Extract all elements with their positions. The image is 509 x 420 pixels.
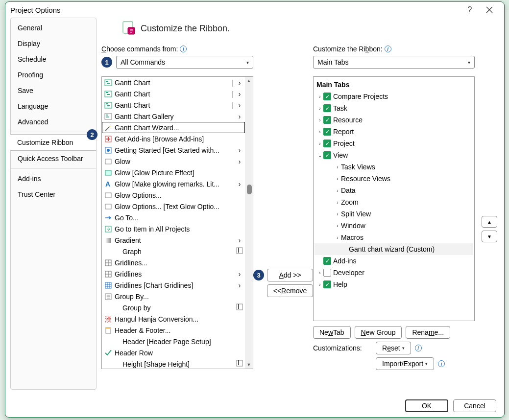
checkbox[interactable]: ✓ (323, 128, 331, 136)
new-tab-button[interactable]: New Tab (313, 326, 351, 339)
nav-item-customize-ribbon[interactable]: Customize Ribbon (10, 134, 96, 151)
command-item[interactable]: Header [Header Page Setup] (102, 336, 245, 347)
cancel-button[interactable]: Cancel (453, 399, 496, 412)
tree-node[interactable]: ›Zoom (315, 196, 473, 208)
expand-toggle-icon[interactable]: › (334, 176, 341, 182)
tree-node[interactable]: ›Developer (315, 267, 473, 279)
nav-item-save[interactable]: Save (11, 83, 96, 98)
command-item[interactable]: Gridlines› (102, 268, 245, 280)
move-down-button[interactable]: ▼ (482, 231, 497, 242)
ok-button[interactable]: OK (405, 399, 448, 412)
checkbox[interactable]: ✓ (323, 140, 331, 147)
checkbox[interactable]: ✓ (323, 151, 331, 159)
remove-button[interactable]: << Remove (267, 284, 313, 297)
info-icon[interactable]: i (438, 360, 445, 367)
checkbox[interactable]: ✓ (323, 280, 331, 288)
tree-node[interactable]: ›✓Resource (315, 114, 473, 126)
nav-item-trust-center[interactable]: Trust Center (11, 187, 96, 202)
expand-toggle-icon[interactable]: ⌄ (316, 153, 323, 158)
command-item[interactable]: Height [Shape Height]I (102, 358, 245, 369)
info-icon[interactable]: i (385, 46, 391, 52)
help-button[interactable]: ? (460, 3, 480, 17)
expand-toggle-icon[interactable]: › (316, 94, 323, 99)
scroll-down-icon[interactable]: ▼ (245, 361, 253, 369)
move-up-button[interactable]: ▲ (482, 216, 497, 228)
nav-item-schedule[interactable]: Schedule (11, 51, 96, 67)
command-item[interactable]: Go To... (102, 212, 245, 223)
reset-dropdown[interactable]: Reset▾ (376, 342, 411, 354)
info-icon[interactable]: i (180, 46, 187, 52)
nav-item-general[interactable]: General (11, 20, 96, 36)
command-item[interactable]: Group byI (102, 302, 245, 313)
command-item[interactable]: Gantt Chart|› (102, 88, 245, 99)
command-item[interactable]: Gantt Chart Gallery› (102, 111, 245, 122)
info-icon[interactable]: i (415, 345, 422, 351)
command-item[interactable]: Gridlines... (102, 257, 245, 268)
command-item[interactable]: Glow Options... (102, 189, 245, 201)
tree-node[interactable]: ›✓Help (315, 279, 473, 290)
expand-toggle-icon[interactable]: › (334, 211, 341, 217)
expand-toggle-icon[interactable]: › (316, 141, 323, 146)
scroll-thumb[interactable] (247, 185, 252, 194)
expand-toggle-icon[interactable]: › (316, 270, 323, 276)
tree-node[interactable]: ›✓Task (315, 102, 473, 114)
checkbox[interactable]: ✓ (323, 257, 331, 265)
close-button[interactable] (480, 3, 499, 17)
tree-node[interactable]: Gantt chart wizard (Custom) (315, 243, 473, 255)
rename-button[interactable]: Rename... (406, 326, 450, 339)
checkbox[interactable]: ✓ (323, 93, 331, 100)
checkbox[interactable]: ✓ (323, 116, 331, 124)
tree-node[interactable]: ✓Add-ins (315, 255, 473, 267)
command-item[interactable]: Glow Options... [Text Glow Optio... (102, 201, 245, 212)
command-item[interactable]: Header Row (102, 347, 245, 358)
command-item[interactable]: Get Add-ins [Browse Add-ins] (102, 133, 245, 144)
expand-toggle-icon[interactable]: › (316, 106, 323, 111)
command-item[interactable]: Gantt Chart|› (102, 99, 245, 111)
command-item[interactable]: Gantt Chart Wizard... (102, 122, 245, 133)
expand-toggle-icon[interactable]: › (334, 188, 341, 193)
checkbox[interactable]: ✓ (323, 104, 331, 112)
expand-toggle-icon[interactable]: › (334, 223, 341, 229)
expand-toggle-icon[interactable]: › (316, 117, 323, 123)
scrollbar[interactable]: ▲ ▼ (245, 77, 253, 369)
nav-item-quick-access-toolbar[interactable]: Quick Access Toolbar (11, 151, 96, 166)
nav-item-proofing[interactable]: Proofing (11, 67, 96, 83)
expand-toggle-icon[interactable]: › (316, 282, 323, 287)
command-item[interactable]: 漢Hangul Hanja Conversion... (102, 313, 245, 325)
tree-node[interactable]: ›Split View (315, 208, 473, 220)
tree-node[interactable]: ⌄✓View (315, 149, 473, 161)
nav-item-add-ins[interactable]: Add-ins (11, 171, 96, 187)
command-item[interactable]: Getting Started [Get Started with...› (102, 144, 245, 156)
command-item[interactable]: GraphI (102, 246, 245, 257)
command-item[interactable]: Gantt Chart|› (102, 77, 245, 88)
tree-node[interactable]: ›✓Compare Projects (315, 91, 473, 102)
command-item[interactable]: AGlow [Make glowing remarks. Lit...› (102, 178, 245, 189)
checkbox[interactable] (323, 269, 331, 277)
choose-commands-dropdown[interactable]: All Commands ▾ (116, 56, 253, 69)
scroll-up-icon[interactable]: ▲ (245, 77, 253, 85)
nav-item-advanced[interactable]: Advanced (11, 114, 96, 130)
tree-node[interactable]: ›✓Project (315, 138, 473, 149)
command-item[interactable]: Glow [Glow Picture Effect] (102, 167, 245, 178)
add-button[interactable]: Add >> (267, 269, 313, 281)
tree-node[interactable]: ›Window (315, 220, 473, 232)
expand-toggle-icon[interactable]: › (334, 200, 341, 205)
command-item[interactable]: Header & Footer... (102, 325, 245, 336)
tree-node[interactable]: ›✓Report (315, 126, 473, 138)
command-item[interactable]: Gridlines [Chart Gridlines]› (102, 280, 245, 291)
nav-item-display[interactable]: Display (11, 36, 96, 51)
expand-toggle-icon[interactable]: › (334, 235, 341, 240)
command-item[interactable]: Glow› (102, 156, 245, 167)
command-item[interactable]: Group By... (102, 291, 245, 302)
new-group-button[interactable]: New Group (355, 326, 402, 339)
tree-node[interactable]: ›Macros (315, 232, 473, 243)
customize-ribbon-dropdown[interactable]: Main Tabs ▾ (313, 56, 475, 69)
ribbon-tree[interactable]: Main Tabs ›✓Compare Projects›✓Task›✓Reso… (313, 76, 475, 321)
command-item[interactable]: Gradient› (102, 234, 245, 246)
tree-node[interactable]: ›Data (315, 185, 473, 196)
expand-toggle-icon[interactable]: › (334, 164, 341, 170)
import-export-dropdown[interactable]: Import/Export▾ (376, 357, 434, 370)
nav-item-language[interactable]: Language (11, 98, 96, 114)
commands-listbox[interactable]: Gantt Chart|›Gantt Chart|›Gantt Chart|›G… (101, 76, 253, 369)
command-item[interactable]: Go to Item in All Projects (102, 223, 245, 234)
